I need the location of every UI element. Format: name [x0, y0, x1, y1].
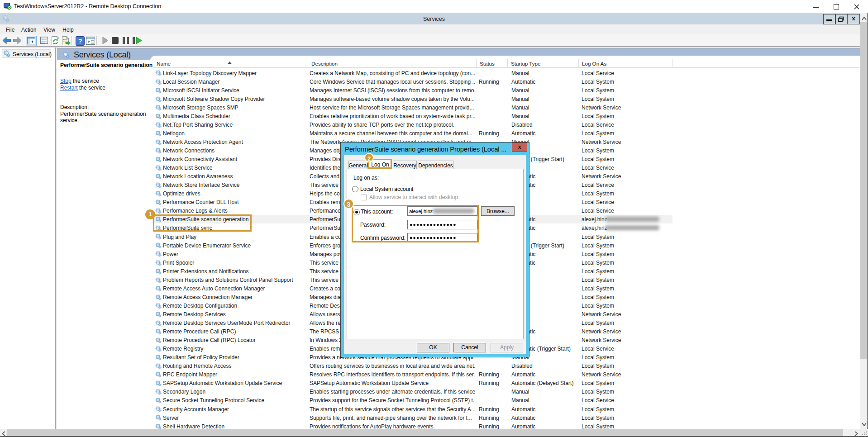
- svg-text:?: ?: [78, 37, 82, 45]
